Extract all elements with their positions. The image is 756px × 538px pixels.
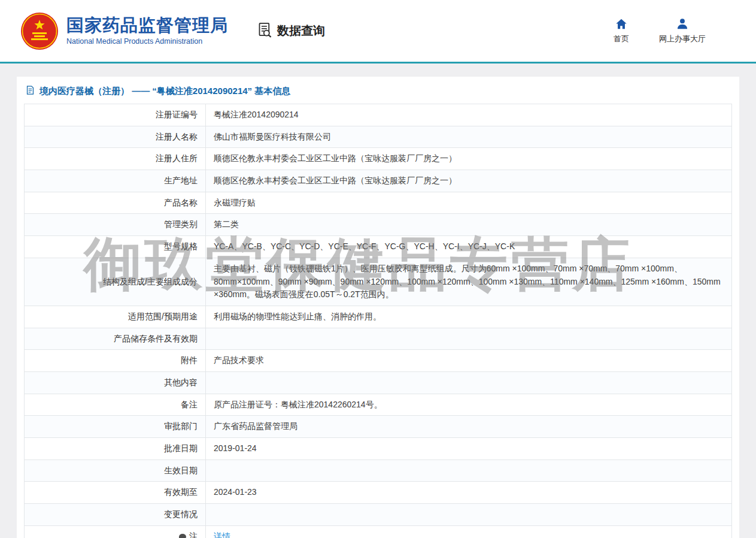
org-name-en: National Medical Products Administration — [66, 37, 228, 46]
row-label: 附件 — [25, 350, 206, 372]
row-value — [206, 328, 732, 350]
top-nav: 首页 网上办事大厅 — [614, 17, 706, 44]
nav-service-hall-label: 网上办事大厅 — [659, 34, 706, 44]
table-row: 注详情 — [25, 525, 732, 538]
nav-home[interactable]: 首页 — [614, 17, 629, 44]
row-label: 注册人名称 — [25, 126, 206, 148]
row-value: YC-A、YC-B、YC-C、YC-D、YC-E、YC-F、YC-G、YC-H、… — [206, 236, 732, 258]
detail-link[interactable]: 详情 — [214, 531, 230, 538]
table-row: 附件产品技术要求 — [25, 350, 732, 372]
row-value — [206, 504, 732, 526]
table-row: 生效日期 — [25, 460, 732, 482]
row-label: 备注 — [25, 394, 206, 416]
row-label: 型号规格 — [25, 236, 206, 258]
row-label: 结构及组成/主要组成成分 — [25, 258, 206, 306]
row-value: 2024-01-23 — [206, 482, 732, 504]
row-value: 顺德区伦教永丰村委会工业区工业中路（宝咏达服装厂厂房之一） — [206, 170, 732, 192]
table-row: 注册人名称佛山市福斯曼医疗科技有限公司 — [25, 126, 732, 148]
site-header: 国家药品监督管理局 National Medical Products Admi… — [0, 0, 756, 64]
row-value: 详情 — [206, 525, 732, 538]
row-label: 注册证编号 — [25, 104, 206, 126]
table-row: 批准日期2019-01-24 — [25, 438, 732, 460]
page-title: 境内医疗器械（注册） —— “粤械注准20142090214” 基本信息 — [24, 77, 732, 104]
row-value — [206, 460, 732, 482]
row-label: 注 — [25, 525, 206, 538]
row-value: 广东省药品监督管理局 — [206, 416, 732, 438]
table-row: 注册人住所顺德区伦教永丰村委会工业区工业中路（宝咏达服装厂厂房之一） — [25, 148, 732, 170]
org-name-block: 国家药品监督管理局 National Medical Products Admi… — [66, 16, 228, 46]
home-icon — [615, 17, 628, 31]
nav-home-label: 首页 — [614, 34, 629, 44]
table-row: 注册证编号粤械注准20142090214 — [25, 104, 732, 126]
data-query-label: 数据查询 — [277, 23, 325, 39]
table-row: 备注原产品注册证号：粤械注准20142260214号。 — [25, 394, 732, 416]
row-label: 产品储存条件及有效期 — [25, 328, 206, 350]
table-row: 生产地址顺德区伦教永丰村委会工业区工业中路（宝咏达服装厂厂房之一） — [25, 170, 732, 192]
row-label: 批准日期 — [25, 438, 206, 460]
user-icon — [676, 17, 689, 31]
page-title-text: 境内医疗器械（注册） —— “粤械注准20142090214” 基本信息 — [40, 86, 290, 97]
org-name-cn: 国家药品监督管理局 — [66, 16, 228, 35]
main-content: 境内医疗器械（注册） —— “粤械注准20142090214” 基本信息 注册证… — [0, 64, 756, 538]
table-row: 产品储存条件及有效期 — [25, 328, 732, 350]
row-label: 管理类别 — [25, 214, 206, 236]
row-label: 生产地址 — [25, 170, 206, 192]
row-label: 适用范围/预期用途 — [25, 306, 206, 328]
row-value: 永磁理疗贴 — [206, 192, 732, 214]
table-row: 有效期至2024-01-23 — [25, 482, 732, 504]
row-label: 有效期至 — [25, 482, 206, 504]
registration-info-table-body: 注册证编号粤械注准20142090214注册人名称佛山市福斯曼医疗科技有限公司注… — [25, 104, 732, 538]
table-row: 变更情况 — [25, 504, 732, 526]
row-value: 第二类 — [206, 214, 732, 236]
page: 国家药品监督管理局 National Medical Products Admi… — [0, 0, 756, 538]
row-value: 粤械注准20142090214 — [206, 104, 732, 126]
row-label: 审批部门 — [25, 416, 206, 438]
row-label: 注册人住所 — [25, 148, 206, 170]
row-label: 产品名称 — [25, 192, 206, 214]
row-value: 佛山市福斯曼医疗科技有限公司 — [206, 126, 732, 148]
table-row: 型号规格YC-A、YC-B、YC-C、YC-D、YC-E、YC-F、YC-G、Y… — [25, 236, 732, 258]
document-icon — [25, 85, 35, 97]
row-label: 变更情况 — [25, 504, 206, 526]
nmpa-emblem-logo — [20, 12, 59, 50]
note-icon — [179, 534, 186, 538]
row-value: 产品技术要求 — [206, 350, 732, 372]
row-value: 主要由基衬、磁片（钕铁硼磁铁1片）、医用压敏胶和离型纸组成。尺寸为60mm ×1… — [206, 258, 732, 306]
data-query-tab[interactable]: 数据查询 — [257, 22, 325, 41]
table-row: 其他内容 — [25, 371, 732, 394]
row-label: 生效日期 — [25, 460, 206, 482]
detail-card: 境内医疗器械（注册） —— “粤械注准20142090214” 基本信息 注册证… — [17, 77, 739, 538]
table-row: 适用范围/预期用途利用磁场的物理性能达到止痛、消肿的作用。 — [25, 306, 732, 328]
row-value — [206, 371, 732, 394]
table-row: 管理类别第二类 — [25, 214, 732, 236]
row-value: 2019-01-24 — [206, 438, 732, 460]
table-row: 审批部门广东省药品监督管理局 — [25, 416, 732, 438]
data-query-icon — [257, 22, 273, 41]
table-row: 结构及组成/主要组成成分主要由基衬、磁片（钕铁硼磁铁1片）、医用压敏胶和离型纸组… — [25, 258, 732, 306]
nav-service-hall[interactable]: 网上办事大厅 — [659, 17, 706, 44]
table-row: 产品名称永磁理疗贴 — [25, 192, 732, 214]
registration-info-table: 注册证编号粤械注准20142090214注册人名称佛山市福斯曼医疗科技有限公司注… — [24, 104, 732, 538]
row-value: 利用磁场的物理性能达到止痛、消肿的作用。 — [206, 306, 732, 328]
row-label: 其他内容 — [25, 371, 206, 394]
row-value: 原产品注册证号：粤械注准20142260214号。 — [206, 394, 732, 416]
row-value: 顺德区伦教永丰村委会工业区工业中路（宝咏达服装厂厂房之一） — [206, 148, 732, 170]
